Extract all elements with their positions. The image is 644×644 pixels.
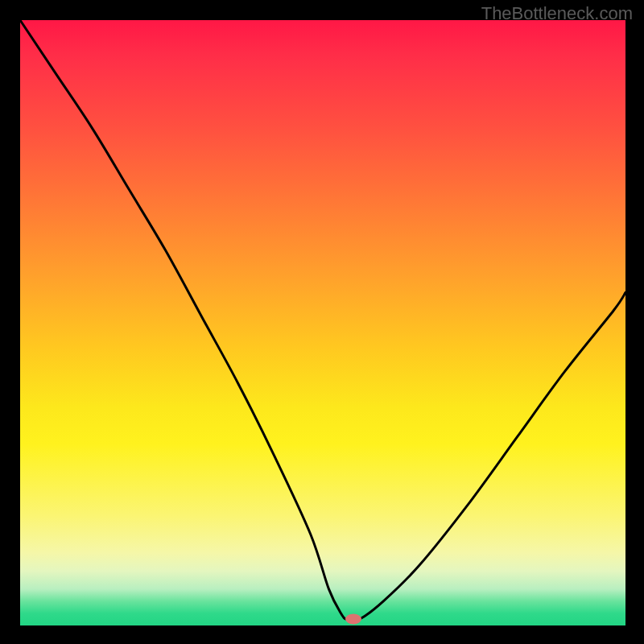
watermark-text: TheBottleneck.com	[481, 3, 633, 24]
bottleneck-curve	[20, 20, 625, 621]
chart-container: TheBottleneck.com	[0, 0, 644, 644]
curve-svg	[20, 20, 625, 625]
plot-area	[20, 20, 625, 625]
optimal-point-marker	[345, 614, 361, 625]
